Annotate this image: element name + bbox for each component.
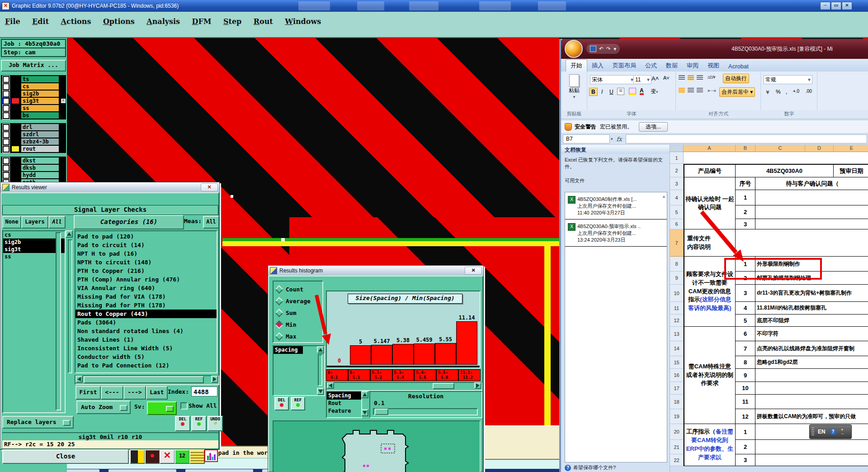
layer-swatch[interactable] xyxy=(12,139,19,144)
row-header[interactable]: 3 xyxy=(670,177,684,190)
cell-e2[interactable]: 预审日期 xyxy=(834,164,868,177)
font-color-icon[interactable]: A xyxy=(640,88,644,95)
layer-row-szbz4-3b[interactable]: szbz4-3b xyxy=(1,138,66,145)
cell-b2-d2[interactable]: 4B5ZQ030A0 xyxy=(736,164,834,177)
formula-input[interactable] xyxy=(626,134,867,143)
radio-average[interactable]: Average xyxy=(274,295,322,307)
comma-icon[interactable]: , xyxy=(783,88,789,96)
layer-swatch[interactable] xyxy=(12,165,19,171)
row-header[interactable]: 12 xyxy=(670,315,684,327)
row-header[interactable]: 16 xyxy=(670,369,684,382)
office-button[interactable] xyxy=(565,40,583,58)
align-left-icon[interactable] xyxy=(679,88,685,93)
category-item[interactable]: Pad to pad (120) xyxy=(75,232,217,241)
layer-swatch[interactable] xyxy=(12,91,19,96)
cell-b15[interactable]: 8 xyxy=(736,356,755,369)
cell-b20[interactable]: 1 xyxy=(736,424,755,440)
measure-scrollbar[interactable] xyxy=(361,391,368,416)
layer-name[interactable]: drl xyxy=(21,124,59,130)
resolution-slider[interactable] xyxy=(373,408,478,415)
menu-dfm[interactable]: DFM xyxy=(192,17,212,26)
radio-max[interactable]: Max xyxy=(274,330,322,342)
row-header[interactable]: 14 xyxy=(670,341,684,356)
category-item[interactable]: Inconsistent Line Width (5) xyxy=(75,344,217,353)
first-button[interactable]: First xyxy=(75,386,101,400)
menu-edit[interactable]: Edit xyxy=(32,17,49,26)
auto-zoom-dropdown[interactable]: Auto Zoom xyxy=(76,400,131,414)
layer-checkbox[interactable] xyxy=(3,138,9,145)
menu-file[interactable]: File xyxy=(5,17,20,26)
cell-c8[interactable]: 外形极限削铜制作 xyxy=(755,257,868,272)
recovered-file-item[interactable]: X 4B5ZQ030A0-预审指示.xls ..上次用户保存文件时创建...13… xyxy=(565,219,667,247)
scroll-up-icon[interactable] xyxy=(66,230,73,238)
paste-dropdown-icon[interactable]: ▾ xyxy=(566,95,582,99)
filter-all-button[interactable]: All xyxy=(48,216,66,229)
category-item[interactable]: Conductor width (5) xyxy=(75,353,217,361)
maximize-button[interactable]: ▭ xyxy=(831,2,841,10)
row-header[interactable]: 21 xyxy=(670,440,684,454)
select-all-corner[interactable] xyxy=(670,145,684,152)
radio-count[interactable]: Count xyxy=(274,283,322,295)
layer-name[interactable]: cs xyxy=(21,83,59,90)
cell-c13[interactable]: 不印字符 xyxy=(755,327,868,341)
align-center-icon[interactable] xyxy=(688,88,694,93)
histogram-titlebar[interactable]: Results histogram ✕ xyxy=(268,266,483,276)
cell-c16[interactable] xyxy=(755,369,868,382)
help-icon[interactable]: ? xyxy=(565,465,571,471)
paste-button[interactable]: 粘贴 ▾ xyxy=(566,74,582,99)
cell-b12[interactable]: 5 xyxy=(736,315,755,327)
language-bar[interactable]: EN ? ▾─ xyxy=(809,424,852,439)
layer-checkbox[interactable] xyxy=(3,83,9,90)
layer-swatch[interactable] xyxy=(12,124,19,130)
menu-rout[interactable]: Rout xyxy=(254,17,273,26)
scroll-channel[interactable] xyxy=(318,354,322,386)
langbar-help-icon[interactable]: ? xyxy=(830,429,836,435)
cell-b22[interactable]: 3 xyxy=(736,454,755,466)
measure-item[interactable]: Rout xyxy=(327,400,361,407)
cell-c6-e6[interactable] xyxy=(755,219,868,229)
layer-swatch-yellow[interactable] xyxy=(12,146,19,152)
cell-c4-e4[interactable] xyxy=(755,190,868,205)
column-header-d[interactable]: D xyxy=(805,145,834,152)
column-header-b[interactable]: B xyxy=(736,145,755,152)
language-indicator[interactable]: EN xyxy=(818,429,826,435)
layer-checkbox-active[interactable] xyxy=(3,98,9,105)
row-header[interactable]: 10 xyxy=(670,285,684,302)
cell-b21[interactable]: 2 xyxy=(736,440,755,454)
scroll-up-icon[interactable]: ▲ xyxy=(662,194,666,199)
menu-actions[interactable]: Actions xyxy=(61,17,91,26)
layer-swatch[interactable] xyxy=(12,158,19,163)
layer-row-sig2b[interactable]: sig2b xyxy=(1,90,66,97)
layer-checkbox[interactable] xyxy=(3,157,9,164)
show-all-checkbox[interactable] xyxy=(180,402,188,410)
category-item[interactable]: NPT H to pad (16) xyxy=(75,249,217,258)
row-header[interactable]: 2 xyxy=(670,164,684,177)
taskbar-button[interactable] xyxy=(108,469,176,472)
scroll-up-icon[interactable] xyxy=(317,346,324,353)
cell-b6[interactable]: 3 xyxy=(736,219,755,229)
cell-b3[interactable]: 序号 xyxy=(736,177,755,190)
job-matrix-button[interactable]: Job Matrix ... xyxy=(1,60,66,72)
scroll-down-icon[interactable] xyxy=(317,388,324,395)
index-input[interactable]: 4488 xyxy=(191,386,217,396)
menu-step[interactable]: Step xyxy=(223,17,241,26)
ref-button[interactable]: REF xyxy=(291,397,305,410)
layer-row-ts[interactable]: ts xyxy=(1,76,66,83)
layer-row-hydd[interactable]: hydd xyxy=(1,172,66,179)
category-item[interactable]: Shaved Lines (1) xyxy=(75,335,217,344)
slider-thumb[interactable] xyxy=(375,409,388,415)
cell-b14[interactable]: 7 xyxy=(736,341,755,356)
underline-button[interactable]: U xyxy=(607,88,616,96)
layer-name[interactable]: ss xyxy=(21,105,59,111)
layer-swatch[interactable] xyxy=(12,84,19,89)
layer-row-dkst[interactable]: dkst xyxy=(1,157,66,164)
quick-access-toolbar[interactable]: ↶↷▾ xyxy=(586,44,620,54)
layer-swatch[interactable] xyxy=(12,172,19,178)
radio-sum[interactable]: Sum xyxy=(274,307,322,319)
layer-swatch[interactable] xyxy=(12,113,19,118)
cell-c10[interactable]: dr11-3的盲孔更改为背钻+树脂塞孔制作 xyxy=(755,285,868,302)
wrap-text-button[interactable]: 自动换行 xyxy=(723,74,749,83)
scroll-left-icon[interactable] xyxy=(75,376,83,383)
tab-formulas[interactable]: 公式 xyxy=(641,60,661,72)
cell-a8-a12[interactable]: 顾客要求与文件设计不一致需要CAM更改的信息指示(这部分信息客诉的风险最高) xyxy=(684,257,736,327)
